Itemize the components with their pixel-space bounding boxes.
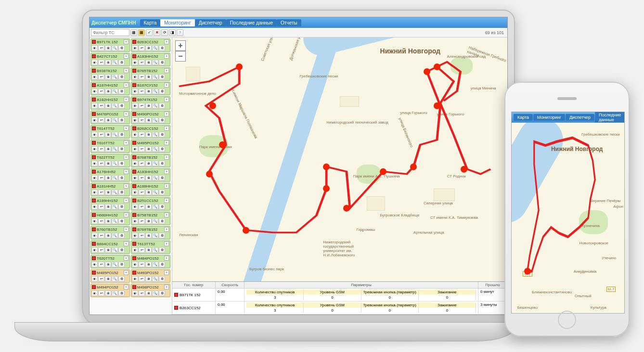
card-action-icon[interactable]: ⚙ <box>118 247 125 253</box>
card-action-icon[interactable]: ⊗ <box>105 204 111 210</box>
card-action-icon[interactable]: ⊗ <box>105 45 111 51</box>
card-action-icon[interactable]: ⊗ <box>145 218 152 224</box>
card-action-icon[interactable]: ↩ <box>139 290 145 296</box>
card-action-icon[interactable]: ↩ <box>98 60 104 65</box>
tab-dispatcher[interactable]: Диспетчер <box>566 114 594 121</box>
map-marker[interactable] <box>434 63 440 70</box>
close-icon[interactable]: × <box>164 213 169 217</box>
close-icon[interactable]: × <box>124 227 129 232</box>
card-action-icon[interactable]: 🔍 <box>152 276 158 282</box>
card-action-icon[interactable]: 🔍 <box>152 247 158 253</box>
card-action-icon[interactable]: 🔍 <box>152 45 158 51</box>
card-action-icon[interactable]: 👁 <box>132 189 138 195</box>
card-action-icon[interactable]: ↩ <box>139 45 145 51</box>
card-action-icon[interactable]: ↩ <box>139 247 145 253</box>
card-action-icon[interactable]: ⚙ <box>159 233 165 239</box>
tab-Последние данные[interactable]: Последние данные <box>226 19 277 26</box>
vehicle-card[interactable]: В769ТВ152×👁↩⊗🔍⚙ <box>131 226 170 239</box>
card-action-icon[interactable]: 🔍 <box>112 161 118 166</box>
tab-monitoring[interactable]: Мониторинг <box>533 114 565 121</box>
card-action-icon[interactable]: ↩ <box>98 189 104 195</box>
card-action-icon[interactable]: 👁 <box>91 132 98 138</box>
card-action-icon[interactable]: ↩ <box>139 218 145 224</box>
card-action-icon[interactable]: ⚙ <box>118 74 125 80</box>
card-action-icon[interactable]: ⚙ <box>118 88 125 94</box>
close-icon[interactable]: × <box>164 227 169 232</box>
close-icon[interactable]: × <box>164 256 169 261</box>
card-action-icon[interactable]: ⚙ <box>159 189 165 195</box>
tab-Отчеты[interactable]: Отчеты <box>277 19 301 26</box>
toolbar-icon[interactable]: ▦ <box>138 29 145 36</box>
close-icon[interactable]: × <box>124 169 129 174</box>
vehicle-card[interactable]: А187НН152×👁↩⊗🔍⚙ <box>90 82 130 95</box>
close-icon[interactable]: × <box>164 169 169 174</box>
map-marker[interactable] <box>243 227 249 234</box>
map-marker[interactable] <box>206 171 213 177</box>
card-action-icon[interactable]: 🔍 <box>112 276 118 282</box>
close-icon[interactable]: × <box>164 285 169 289</box>
card-action-icon[interactable]: ⚙ <box>159 290 165 296</box>
card-action-icon[interactable]: 👁 <box>91 103 98 109</box>
card-action-icon[interactable]: ↩ <box>98 218 104 224</box>
vehicle-card[interactable]: В251СС152×👁↩⊗🔍⚙ <box>131 197 170 211</box>
card-action-icon[interactable]: ⊗ <box>105 161 111 166</box>
map-marker[interactable] <box>323 185 330 192</box>
card-action-icon[interactable]: 🔍 <box>152 60 158 65</box>
close-icon[interactable]: × <box>164 112 169 116</box>
card-action-icon[interactable]: ⊗ <box>105 132 111 138</box>
card-action-icon[interactable]: 🔍 <box>152 204 158 210</box>
card-action-icon[interactable]: ↩ <box>139 103 145 109</box>
card-action-icon[interactable]: 👁 <box>91 233 98 239</box>
card-action-icon[interactable]: 👁 <box>91 45 98 51</box>
card-action-icon[interactable]: ⚙ <box>159 161 165 166</box>
card-action-icon[interactable]: ⊗ <box>145 262 152 267</box>
card-action-icon[interactable]: 🔍 <box>112 290 118 296</box>
card-action-icon[interactable]: 🔍 <box>152 175 158 181</box>
close-icon[interactable]: × <box>124 270 129 275</box>
close-icon[interactable]: × <box>124 126 129 131</box>
card-action-icon[interactable]: ⚙ <box>159 218 165 224</box>
card-action-icon[interactable]: ↩ <box>139 60 145 65</box>
vehicle-card[interactable]: Т613ТТ52×👁↩⊗🔍⚙ <box>131 240 170 254</box>
card-action-icon[interactable]: 🔍 <box>112 146 118 152</box>
card-action-icon[interactable]: ↩ <box>139 276 145 282</box>
card-action-icon[interactable]: 🔍 <box>152 218 158 224</box>
vehicle-card[interactable]: В971ТК 152×👁↩⊗🔍⚙ <box>90 38 130 52</box>
card-action-icon[interactable]: 🔍 <box>152 146 158 152</box>
card-action-icon[interactable]: ⚙ <box>118 117 125 123</box>
filter-input[interactable] <box>91 29 129 36</box>
vehicle-card[interactable]: А188НН152×👁↩⊗🔍⚙ <box>131 183 170 196</box>
card-action-icon[interactable]: 👁 <box>132 247 138 253</box>
phone-map[interactable]: Нижний Новгород Гребешковские пески Верх… <box>512 123 624 313</box>
card-action-icon[interactable]: ⚙ <box>118 103 125 109</box>
card-action-icon[interactable]: ⊗ <box>145 204 152 210</box>
vehicle-card[interactable]: А189НН152×👁↩⊗🔍⚙ <box>90 197 130 211</box>
card-action-icon[interactable]: 🔍 <box>112 88 118 94</box>
card-action-icon[interactable]: ⚙ <box>159 146 165 152</box>
vehicle-card[interactable]: А183НН152×👁↩⊗🔍⚙ <box>131 53 170 66</box>
card-action-icon[interactable]: ↩ <box>98 103 104 109</box>
vehicle-card[interactable]: В974ТК152×👁↩⊗🔍⚙ <box>131 96 170 110</box>
card-action-icon[interactable]: ↩ <box>139 189 145 195</box>
card-action-icon[interactable]: 🔍 <box>112 189 118 195</box>
close-icon[interactable]: × <box>164 140 169 145</box>
card-action-icon[interactable]: 🔍 <box>152 132 158 138</box>
card-action-icon[interactable]: ⚙ <box>118 60 125 65</box>
vehicle-card[interactable]: Т620ТТ52×👁↩⊗🔍⚙ <box>90 255 130 268</box>
vehicle-card[interactable]: В884СС152×👁↩⊗🔍⚙ <box>90 240 130 254</box>
card-action-icon[interactable]: ⊗ <box>145 45 152 51</box>
map-view[interactable]: + − Нижний Новгород ул <box>172 38 507 281</box>
card-action-icon[interactable]: ⊗ <box>145 74 152 80</box>
card-action-icon[interactable]: ⚙ <box>159 276 165 282</box>
card-action-icon[interactable]: ⊗ <box>105 218 111 224</box>
tab-map[interactable]: Карта <box>514 114 533 121</box>
card-action-icon[interactable]: 🔍 <box>152 290 158 296</box>
close-icon[interactable]: × <box>124 241 129 246</box>
close-icon[interactable]: × <box>124 68 129 73</box>
card-action-icon[interactable]: 🔍 <box>112 233 118 239</box>
card-action-icon[interactable]: ⚙ <box>159 74 165 80</box>
card-action-icon[interactable]: 🔍 <box>152 161 158 166</box>
vehicle-card[interactable]: А176НН52×👁↩⊗🔍⚙ <box>90 168 130 182</box>
card-action-icon[interactable]: 🔍 <box>112 74 118 80</box>
card-action-icon[interactable]: ⚙ <box>118 262 125 267</box>
